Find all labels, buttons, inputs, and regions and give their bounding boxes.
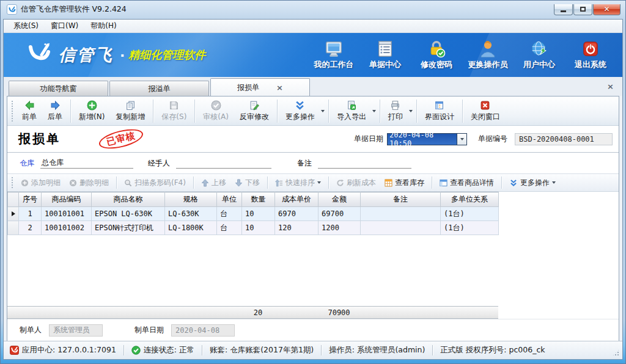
- document-center-button[interactable]: 单据中心: [359, 40, 411, 70]
- move-up-button: 上移: [197, 176, 230, 190]
- table-row[interactable]: 1 100101001 EPSON LQ-630K LQ-630K 台 10 6…: [8, 207, 499, 221]
- close-button[interactable]: ✕: [593, 4, 620, 15]
- handler-label: 经手人: [148, 158, 170, 169]
- remark-field[interactable]: [318, 158, 411, 169]
- change-password-button[interactable]: 修改密码: [411, 40, 462, 70]
- cell-multi-unit: (1台): [441, 221, 499, 235]
- doc-date-dropdown-button[interactable]: [457, 133, 467, 145]
- view-stock-label: 查看库存: [395, 178, 424, 188]
- import-export-icon: [346, 100, 356, 111]
- view-product-detail-button[interactable]: 查看商品详情: [435, 176, 498, 190]
- connection-ok-icon: [131, 346, 141, 355]
- prev-doc-button[interactable]: 前单: [17, 98, 42, 124]
- items-grid: 序号 商品编码 商品名称 规格 单位 数量 成本单价 金额 备注 多单位关系: [7, 192, 619, 319]
- cell-name: EPSON LQ-630K: [92, 207, 165, 221]
- more-operations-caret-icon[interactable]: [321, 110, 325, 112]
- copy-new-label: 复制新增: [116, 112, 145, 122]
- next-doc-button[interactable]: 后单: [42, 98, 68, 124]
- grid-empty-area: [7, 235, 619, 306]
- import-export-caret-icon[interactable]: [372, 110, 376, 112]
- cell-price: 120: [275, 221, 319, 235]
- col-header-multi-unit[interactable]: 多单位关系: [441, 192, 499, 207]
- app-center-logo-icon: [10, 346, 19, 355]
- col-header-unit[interactable]: 单位: [217, 192, 242, 207]
- copy-icon: [125, 100, 136, 111]
- connection-text: 连接状态: 正常: [144, 345, 194, 355]
- col-header-qty[interactable]: 数量: [242, 192, 275, 207]
- tab-bar: 功能导航窗 报溢单 报损单 × ×: [4, 77, 622, 96]
- user-center-button[interactable]: 用户中心: [514, 40, 565, 70]
- detail-more-caret-icon[interactable]: [552, 181, 556, 184]
- view-stock-grid-icon: [385, 179, 392, 187]
- close-window-button[interactable]: 关闭窗口: [465, 98, 506, 124]
- toolbar-separator: [194, 100, 195, 123]
- refresh-cost-icon: [336, 179, 344, 187]
- detail-toolbar-grip[interactable]: [11, 177, 14, 189]
- tab-damage-report[interactable]: 报损单 ×: [210, 78, 310, 96]
- user-center-label: 用户中心: [523, 59, 555, 70]
- unaudit-button[interactable]: 反审修改: [234, 98, 274, 124]
- close-window-icon: [480, 100, 490, 111]
- restore-button[interactable]: [573, 4, 592, 15]
- remark-label: 备注: [297, 158, 312, 169]
- col-header-spec[interactable]: 规格: [165, 192, 217, 207]
- print-caret-icon[interactable]: [409, 110, 413, 112]
- toolbar-separator: [328, 100, 329, 123]
- workbench-button[interactable]: 我的工作台: [308, 40, 359, 70]
- workbench-monitor-icon: [324, 40, 344, 58]
- menu-system[interactable]: 系统(S): [7, 20, 45, 32]
- toolbar-grip[interactable]: [11, 100, 14, 122]
- statusbar-separator: [123, 345, 124, 355]
- account-set-status: 账套: 仓库账套(2017年第1期): [210, 345, 314, 355]
- close-icon: ✕: [603, 5, 609, 13]
- license-text: 正式版 授权序列号: pc006_ck: [440, 345, 545, 355]
- ui-design-button[interactable]: 界面设计: [419, 98, 460, 124]
- license-status: 正式版 授权序列号: pc006_ck: [440, 345, 545, 355]
- detail-more-operations-button[interactable]: 更多操作: [505, 176, 560, 190]
- col-header-amount[interactable]: 金额: [319, 192, 361, 207]
- resize-grip[interactable]: [613, 349, 619, 356]
- title-bar: 信管飞仓库管理软件 V9.2.424 ✕: [1, 1, 625, 18]
- exit-system-label: 退出系统: [575, 59, 606, 70]
- tab-overage-report[interactable]: 报溢单: [109, 81, 209, 96]
- tab-navigation[interactable]: 功能导航窗: [9, 81, 108, 96]
- edit-page-icon: [249, 100, 259, 111]
- view-stock-button[interactable]: 查看库存: [380, 176, 429, 190]
- menu-window[interactable]: 窗口(W): [45, 20, 84, 32]
- warehouse-field[interactable]: 总仓库: [40, 158, 133, 169]
- exit-system-button[interactable]: 退出系统: [565, 40, 616, 70]
- operator-status: 操作员: 系统管理员(admin): [329, 345, 425, 355]
- warehouse-label[interactable]: 仓库: [20, 158, 34, 169]
- tab-close-icon[interactable]: ×: [276, 84, 283, 92]
- statusbar-separator: [321, 345, 322, 355]
- doc-meta: 单据日期 2020-04-08 10:50 单据编号 BSD-20200408-…: [354, 133, 613, 145]
- window-controls: ✕: [554, 4, 620, 15]
- table-row[interactable]: 2 100101002 EPSON针式打印机 LQ-1800K 台 10 120…: [8, 221, 499, 235]
- close-window-label: 关闭窗口: [471, 112, 500, 122]
- add-detail-button: 添加明细: [17, 176, 65, 190]
- tabbar-close-icon[interactable]: ×: [607, 82, 614, 90]
- col-header-no[interactable]: 序号: [19, 192, 42, 207]
- doc-date-input[interactable]: 2020-04-08 10:50: [387, 133, 457, 145]
- user-center-globe-icon: [530, 40, 548, 58]
- copy-new-button[interactable]: 复制新增: [110, 98, 150, 124]
- audit-label: 审核(A): [203, 112, 229, 122]
- handler-field[interactable]: [176, 158, 271, 169]
- brand-banner: 信管飞 · 精细化管理软件 我的工作台: [4, 33, 622, 77]
- col-header-code[interactable]: 商品编码: [42, 192, 92, 207]
- detail-toolbar-separator: [501, 177, 502, 189]
- import-export-button[interactable]: 导入导出: [331, 98, 372, 124]
- more-operations-button[interactable]: 更多操作: [280, 98, 320, 124]
- minimize-button[interactable]: [554, 4, 573, 15]
- new-doc-button[interactable]: 新增(N): [73, 98, 110, 124]
- document-center-icon: [376, 40, 394, 58]
- menu-help[interactable]: 帮助(H): [84, 20, 122, 32]
- exit-power-icon: [581, 40, 600, 58]
- window-title: 信管飞仓库管理软件 V9.2.424: [21, 4, 127, 15]
- print-button[interactable]: 打印: [383, 98, 408, 124]
- col-header-name[interactable]: 商品名称: [92, 192, 165, 207]
- col-header-remark[interactable]: 备注: [361, 192, 441, 207]
- change-operator-button[interactable]: 更换操作员: [462, 40, 514, 70]
- detail-toolbar-separator: [116, 177, 117, 189]
- col-header-cost-price[interactable]: 成本单价: [275, 192, 319, 207]
